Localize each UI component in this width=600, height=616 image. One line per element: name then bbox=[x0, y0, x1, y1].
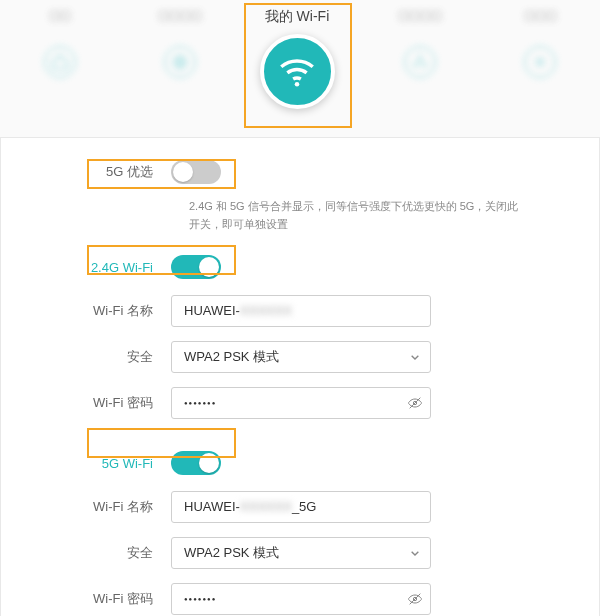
settings-panel: 5G 优选 2.4G 和 5G 信号合并显示，同等信号强度下优选更快的 5G，关… bbox=[0, 138, 600, 616]
chevron-down-icon bbox=[407, 545, 423, 561]
toggle-5g[interactable] bbox=[171, 451, 221, 475]
label-24g-security: 安全 bbox=[71, 348, 171, 366]
svg-point-4 bbox=[295, 81, 300, 86]
toggle-24g[interactable] bbox=[171, 255, 221, 279]
nav-item-home[interactable]: ▢▢ bbox=[18, 8, 103, 137]
row-5g-priority: 5G 优选 bbox=[21, 160, 579, 184]
eye-off-icon[interactable] bbox=[407, 395, 423, 411]
input-5g-password[interactable]: ●●●●●●● bbox=[171, 583, 431, 615]
row-24g-password: Wi-Fi 密码 ●●●●●●● bbox=[21, 387, 579, 419]
select-5g-security[interactable]: WPA2 PSK 模式 bbox=[171, 537, 431, 569]
label-5g-password: Wi-Fi 密码 bbox=[71, 590, 171, 608]
input-24g-password[interactable]: ●●●●●●● bbox=[171, 387, 431, 419]
nav-item-2[interactable]: ▢▢▢▢ bbox=[138, 8, 223, 137]
label-24g-section: 2.4G Wi-Fi bbox=[71, 260, 171, 275]
label-5g-section: 5G Wi-Fi bbox=[71, 456, 171, 471]
label-5g-security: 安全 bbox=[71, 544, 171, 562]
globe-icon bbox=[164, 46, 196, 78]
menu-icon bbox=[524, 46, 556, 78]
row-5g-password: Wi-Fi 密码 ●●●●●●● bbox=[21, 583, 579, 615]
label-24g-password: Wi-Fi 密码 bbox=[71, 394, 171, 412]
toggle-5g-priority[interactable] bbox=[171, 160, 221, 184]
input-24g-name[interactable]: HUAWEI-XXXXXX bbox=[171, 295, 431, 327]
row-5g-name: Wi-Fi 名称 HUAWEI-XXXXXX_5G bbox=[21, 491, 579, 523]
svg-point-1 bbox=[418, 56, 422, 60]
wifi-icon bbox=[260, 34, 335, 109]
eye-off-icon[interactable] bbox=[407, 591, 423, 607]
devices-icon bbox=[404, 46, 436, 78]
row-24g-security: 安全 WPA2 PSK 模式 bbox=[21, 341, 579, 373]
section-5g: 5G Wi-Fi bbox=[21, 451, 579, 475]
row-5g-security: 安全 WPA2 PSK 模式 bbox=[21, 537, 579, 569]
row-24g-name: Wi-Fi 名称 HUAWEI-XXXXXX bbox=[21, 295, 579, 327]
section-24g: 2.4G Wi-Fi bbox=[21, 255, 579, 279]
nav-item-5[interactable]: ▢▢▢ bbox=[498, 8, 583, 137]
home-icon bbox=[44, 46, 76, 78]
page-title: 我的 Wi-Fi bbox=[265, 8, 330, 26]
label-24g-name: Wi-Fi 名称 bbox=[71, 302, 171, 320]
select-24g-security[interactable]: WPA2 PSK 模式 bbox=[171, 341, 431, 373]
input-5g-name[interactable]: HUAWEI-XXXXXX_5G bbox=[171, 491, 431, 523]
nav-item-4[interactable]: ▢▢▢▢ bbox=[378, 8, 463, 137]
desc-5g-priority: 2.4G 和 5G 信号合并显示，同等信号强度下优选更快的 5G，关闭此开关，即… bbox=[21, 198, 579, 233]
chevron-down-icon bbox=[407, 349, 423, 365]
label-5g-name: Wi-Fi 名称 bbox=[71, 498, 171, 516]
label-5g-priority: 5G 优选 bbox=[71, 163, 171, 181]
nav-item-wifi[interactable]: 我的 Wi-Fi bbox=[242, 8, 352, 109]
top-nav: ▢▢ ▢▢▢▢ ▢▢▢▢ ▢▢▢ 我的 Wi-Fi bbox=[0, 0, 600, 138]
